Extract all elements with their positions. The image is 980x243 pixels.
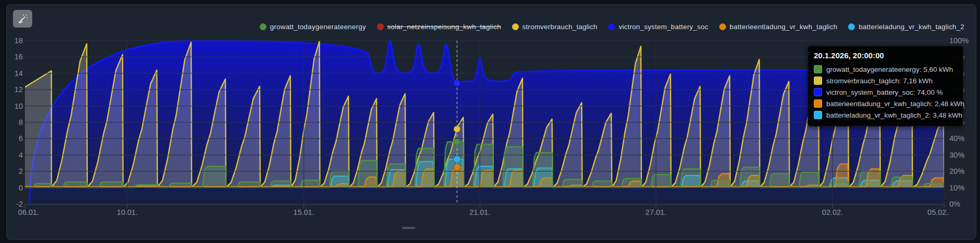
tooltip-row-text: batterieentladung_vr_kwh_taglich: 2,48 k…: [826, 100, 964, 108]
y-left-tick-label: 12: [2, 85, 23, 94]
tooltip-row-text: victron_system_battery_soc: 74,00 %: [826, 88, 943, 96]
y-right-tick-label: 20%: [949, 167, 973, 175]
y-left-tick-label: 0: [2, 184, 23, 192]
x-axis-tick-label: 02.02.: [822, 208, 843, 216]
tooltip-row: stromverbrauch_taglich: 7,16 kWh: [814, 75, 957, 86]
y-left-tick-label: -2: [2, 200, 23, 208]
tooltip-row: growatt_todaygenerateenergy: 5,60 kWh: [814, 63, 957, 75]
series-color-swatch: [814, 76, 822, 85]
tooltip-row: batterieladung_vr_kwh_taglich_2: 3,48 kW…: [814, 109, 957, 121]
y-left-tick-label: 2: [2, 167, 23, 175]
y-right-tick-label: 40%: [949, 134, 973, 143]
tooltip-timestamp: 20.1.2026, 20:00:00: [814, 51, 957, 60]
y-right-tick-label: 100%: [949, 36, 973, 45]
y-left-tick-label: 6: [2, 134, 23, 143]
x-axis-tick-label: 06.01.: [18, 208, 39, 216]
x-axis-tick-label: 21.01.: [469, 208, 490, 216]
x-axis-tick-label: 15.01.: [293, 208, 314, 216]
y-right-tick-label: 0%: [949, 200, 973, 208]
tooltip-row-text: growatt_todaygenerateenergy: 5,60 kWh: [826, 66, 953, 73]
x-axis-tick-label: 05.02.: [928, 208, 948, 216]
series-color-swatch: [814, 88, 822, 96]
datazoom-handle[interactable]: [402, 227, 415, 229]
y-left-tick-label: 8: [2, 118, 23, 126]
x-axis-tick-label: 10.01.: [117, 208, 138, 216]
tooltip-row: victron_system_battery_soc: 74,00 %: [814, 86, 957, 98]
y-right-tick-label: 30%: [949, 151, 973, 159]
y-left-tick-label: 16: [2, 53, 23, 61]
series-color-swatch: [814, 65, 822, 73]
energy-chart-panel: growatt_todaygenerateenergysolar_netzein…: [0, 0, 980, 243]
tooltip-row: batterieentladung_vr_kwh_taglich: 2,48 k…: [814, 98, 957, 109]
y-left-tick-label: 10: [2, 102, 23, 110]
y-left-tick-label: 14: [2, 69, 23, 78]
tooltip-row-text: batterieladung_vr_kwh_taglich_2: 3,48 kW…: [826, 111, 962, 119]
y-left-tick-label: 4: [2, 151, 23, 159]
series-color-swatch: [814, 99, 822, 108]
tooltip-row-text: stromverbrauch_taglich: 7,16 kWh: [826, 77, 933, 85]
y-right-tick-label: 10%: [949, 184, 973, 192]
y-left-tick-label: 18: [2, 36, 23, 45]
x-axis-tick-label: 27.01.: [646, 208, 666, 216]
series-color-swatch: [814, 111, 822, 119]
hover-tooltip: 20.1.2026, 20:00:00 growatt_todaygenerat…: [808, 46, 963, 126]
